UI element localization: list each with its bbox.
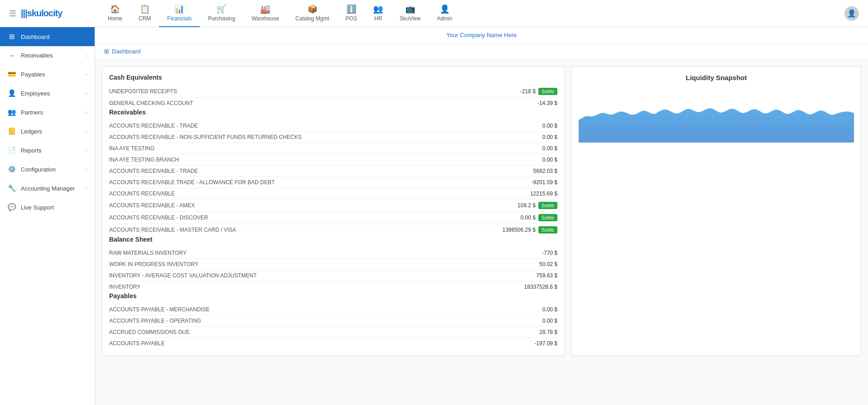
sidebar-item-accounting_manager[interactable]: 🔧 Accounting Manager › <box>0 179 95 198</box>
data-row: ACCOUNTS RECEIVABLE - TRADE5682.03 $ <box>109 166 557 177</box>
sidebar-label-employees: Employees <box>21 90 50 97</box>
row-value: -770 $ <box>503 250 557 256</box>
row-value-wrap: 50.02 $ <box>503 261 557 267</box>
sidebar-item-ledgers[interactable]: 📒 Ledgers › <box>0 122 95 141</box>
row-value-wrap: -218 $Settle <box>481 88 557 95</box>
row-value: 1398506.29 $ <box>481 227 536 233</box>
section-title: Payables <box>109 292 557 300</box>
row-label: ACCOUNTS RECEIVABLE <box>109 191 503 197</box>
sidebar-item-live_support[interactable]: 💬 Live Support <box>0 198 95 217</box>
data-row: ACCOUNTS PAYABLE-197.09 $ <box>109 338 557 349</box>
nav-icon-admin: 👤 <box>440 4 450 14</box>
nav-icon-crm: 📋 <box>140 4 150 14</box>
settle-button[interactable]: Settle <box>538 226 557 233</box>
nav-label-crm: CRM <box>139 15 151 22</box>
sidebar-item-reports[interactable]: 📄 Reports › <box>0 141 95 160</box>
row-value: 12215.69 $ <box>503 191 557 197</box>
chevron-right-icon-accounting_manager: › <box>86 186 87 191</box>
row-label: ACCOUNTS PAYABLE - OPERATING <box>109 318 503 324</box>
row-value: 0.00 $ <box>503 318 557 324</box>
row-value-wrap: 0.00 $ <box>503 306 557 313</box>
nav-item-skuview[interactable]: 📺SkuView <box>391 0 428 27</box>
main-layout: ⊞ Dashboard → Receivables › 💳 Payables ›… <box>0 27 868 405</box>
sidebar-label-partners: Partners <box>21 109 43 116</box>
data-row: ACCOUNTS RECEIVABLE - NON-SUFFICIENT FUN… <box>109 132 557 143</box>
settle-button[interactable]: Settle <box>538 202 557 209</box>
sidebar-item-configuration[interactable]: ⚙️ Configuration › <box>0 160 95 179</box>
row-label: ACCOUNTS RECEIVABLE TRADE - ALLOWANCE FO… <box>109 179 503 186</box>
sidebar-label-dashboard: Dashboard <box>21 33 50 40</box>
data-row: ACCOUNTS RECEIVABLE12215.69 $ <box>109 188 557 200</box>
sidebar-item-payables[interactable]: 💳 Payables › <box>0 65 95 84</box>
nav-item-admin[interactable]: 👤Admin <box>429 0 460 27</box>
row-value: 0.00 $ <box>503 123 557 129</box>
nav-icon-catalog_mgmt: 📦 <box>307 4 317 14</box>
row-value-wrap: -9201.59 $ <box>503 179 557 186</box>
data-row: INA AYE TESTING0.00 $ <box>109 143 557 154</box>
nav-label-warehouse: Warehouse <box>251 15 279 22</box>
nav-item-warehouse[interactable]: 🏭Warehouse <box>243 0 287 27</box>
sidebar-item-receivables[interactable]: → Receivables › <box>0 46 95 65</box>
chevron-right-icon-reports: › <box>86 148 87 153</box>
row-value-wrap: 5682.03 $ <box>503 168 557 174</box>
row-label: WORK IN PROGRESS INVENTORY <box>109 261 503 267</box>
sidebar-icon-receivables: → <box>7 52 16 59</box>
nav-item-purchasing[interactable]: 🛒Purchasing <box>200 0 243 27</box>
nav-item-catalog_mgmt[interactable]: 📦Catalog Mgmt <box>287 0 337 27</box>
left-panel: Cash EquivalentsUNDEPOSITED RECEIPTS-218… <box>102 67 565 356</box>
dashboard-body: Cash EquivalentsUNDEPOSITED RECEIPTS-218… <box>95 60 868 363</box>
hamburger-icon[interactable]: ☰ <box>9 9 16 19</box>
sidebar-item-employees[interactable]: 👤 Employees › <box>0 84 95 103</box>
nav-item-hr[interactable]: 👥HR <box>365 0 391 27</box>
data-row: ACCOUNTS PAYABLE - MERCHANDISE0.00 $ <box>109 304 557 315</box>
logo-area: ☰ |||skulocity <box>5 8 100 19</box>
user-avatar[interactable]: 👤 <box>844 6 859 21</box>
sidebar-item-left-configuration: ⚙️ Configuration <box>7 165 56 173</box>
nav-label-financials: Financials <box>167 15 192 22</box>
breadcrumb-icon: ⊞ <box>104 48 109 55</box>
row-label: ACCOUNTS PAYABLE <box>109 340 503 347</box>
row-label: ACCOUNTS RECEIVABLE - NON-SUFFICIENT FUN… <box>109 134 503 140</box>
breadcrumb-label: Dashboard <box>112 48 141 55</box>
section-title: Balance Sheet <box>109 236 557 243</box>
sidebar-item-partners[interactable]: 👥 Partners › <box>0 103 95 122</box>
row-value-wrap: 28.78 $ <box>503 329 557 335</box>
row-value: -197.09 $ <box>503 340 557 347</box>
nav-item-home[interactable]: 🏠Home <box>100 0 130 27</box>
snapshot-title: Liquidity Snapshot <box>579 74 854 81</box>
row-value: -14.39 $ <box>503 100 557 106</box>
row-value: 18337528.6 $ <box>503 284 557 290</box>
sidebar-icon-ledgers: 📒 <box>7 127 16 135</box>
row-label: INVENTORY <box>109 284 503 290</box>
section-cash-equivalents: Cash EquivalentsUNDEPOSITED RECEIPTS-218… <box>109 74 557 109</box>
row-label: ACCRUED COMMISSIONS DUE <box>109 329 503 335</box>
nav-item-crm[interactable]: 📋CRM <box>130 0 159 27</box>
row-value-wrap: 0.00 $ <box>503 123 557 129</box>
data-row: WORK IN PROGRESS INVENTORY50.02 $ <box>109 259 557 270</box>
nav-item-pos[interactable]: ℹ️POS <box>337 0 365 27</box>
nav-label-admin: Admin <box>437 15 452 22</box>
sidebar-label-reports: Reports <box>21 147 42 154</box>
row-value-wrap: -770 $ <box>503 250 557 256</box>
nav-label-pos: POS <box>345 15 357 22</box>
company-banner: Your Company Name Here <box>95 27 868 43</box>
row-label: ACCOUNTS RECEIVABLE - TRADE <box>109 123 503 129</box>
nav-item-financials[interactable]: 📊Financials <box>159 0 200 27</box>
row-value: 50.02 $ <box>503 261 557 267</box>
sidebar-label-payables: Payables <box>21 71 45 78</box>
row-label: INA AYE TESTING <box>109 145 503 152</box>
sidebar-item-dashboard[interactable]: ⊞ Dashboard <box>0 27 95 46</box>
chevron-right-icon-configuration: › <box>86 167 87 172</box>
row-value-wrap: 18337528.6 $ <box>503 284 557 290</box>
nav-icon-financials: 📊 <box>174 4 184 14</box>
sidebar-item-left-receivables: → Receivables <box>7 52 53 59</box>
sidebar-item-left-payables: 💳 Payables <box>7 70 45 78</box>
settle-button[interactable]: Settle <box>538 214 557 221</box>
sidebar-item-left-reports: 📄 Reports <box>7 146 42 154</box>
row-value: 0.00 $ <box>503 134 557 140</box>
row-label: ACCOUNTS RECEIVABLE - MASTER CARD / VISA <box>109 227 481 233</box>
liquidity-chart <box>579 88 854 143</box>
nav-label-catalog_mgmt: Catalog Mgmt <box>295 15 329 22</box>
sidebar-label-receivables: Receivables <box>21 52 53 59</box>
settle-button[interactable]: Settle <box>538 88 557 95</box>
